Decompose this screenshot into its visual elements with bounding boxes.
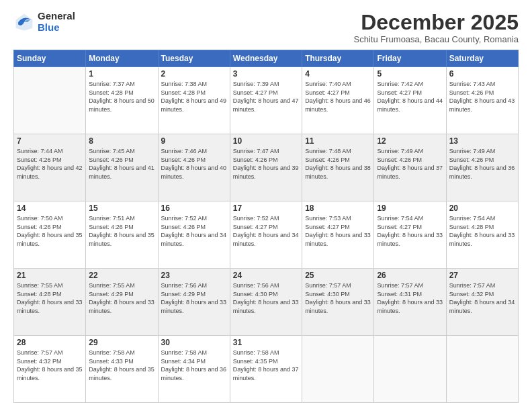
day-number: 4 — [305, 69, 371, 79]
day-info: Sunrise: 7:40 AMSunset: 4:27 PMDaylight:… — [305, 80, 371, 113]
table-row: 27Sunrise: 7:57 AMSunset: 4:32 PMDayligh… — [446, 269, 518, 336]
day-info: Sunrise: 7:57 AMSunset: 4:32 PMDaylight:… — [17, 349, 83, 382]
day-info: Sunrise: 7:49 AMSunset: 4:26 PMDaylight:… — [377, 147, 443, 181]
day-number: 31 — [233, 338, 299, 347]
day-number: 24 — [233, 271, 299, 280]
header-saturday: Saturday — [446, 50, 518, 67]
day-info: Sunrise: 7:55 AMSunset: 4:28 PMDaylight:… — [17, 281, 83, 315]
header-tuesday: Tuesday — [158, 50, 230, 67]
day-info: Sunrise: 7:56 AMSunset: 4:30 PMDaylight:… — [233, 281, 299, 315]
day-number: 9 — [161, 136, 227, 146]
day-number: 28 — [17, 338, 83, 347]
table-row: 15Sunrise: 7:51 AMSunset: 4:26 PMDayligh… — [86, 201, 158, 269]
day-info: Sunrise: 7:52 AMSunset: 4:26 PMDaylight:… — [161, 214, 227, 248]
day-number: 23 — [161, 271, 227, 280]
table-row: 28Sunrise: 7:57 AMSunset: 4:32 PMDayligh… — [14, 336, 86, 403]
day-number: 3 — [233, 69, 299, 79]
day-info: Sunrise: 7:58 AMSunset: 4:35 PMDaylight:… — [233, 349, 299, 382]
day-number: 26 — [377, 271, 443, 280]
day-info: Sunrise: 7:44 AMSunset: 4:26 PMDaylight:… — [17, 147, 83, 181]
day-info: Sunrise: 7:54 AMSunset: 4:28 PMDaylight:… — [449, 214, 515, 248]
header-wednesday: Wednesday — [230, 50, 302, 67]
table-row: 5Sunrise: 7:42 AMSunset: 4:27 PMDaylight… — [374, 67, 446, 134]
day-number: 13 — [449, 136, 515, 146]
table-row: 9Sunrise: 7:46 AMSunset: 4:26 PMDaylight… — [158, 134, 230, 201]
table-row — [446, 336, 518, 403]
day-number: 12 — [377, 136, 443, 146]
day-number: 11 — [305, 136, 371, 146]
table-row — [14, 67, 86, 134]
header-friday: Friday — [374, 50, 446, 67]
table-row: 3Sunrise: 7:39 AMSunset: 4:27 PMDaylight… — [230, 67, 302, 134]
day-number: 22 — [89, 271, 154, 280]
day-info: Sunrise: 7:46 AMSunset: 4:26 PMDaylight:… — [161, 147, 227, 181]
table-row: 31Sunrise: 7:58 AMSunset: 4:35 PMDayligh… — [230, 336, 302, 403]
table-row: 4Sunrise: 7:40 AMSunset: 4:27 PMDaylight… — [302, 67, 374, 134]
day-number: 16 — [161, 203, 227, 213]
day-number: 7 — [17, 136, 83, 146]
table-row: 29Sunrise: 7:58 AMSunset: 4:33 PMDayligh… — [86, 336, 158, 403]
day-info: Sunrise: 7:52 AMSunset: 4:27 PMDaylight:… — [233, 214, 299, 248]
table-row — [302, 336, 374, 403]
table-row: 20Sunrise: 7:54 AMSunset: 4:28 PMDayligh… — [446, 201, 518, 269]
table-row: 17Sunrise: 7:52 AMSunset: 4:27 PMDayligh… — [230, 201, 302, 269]
day-info: Sunrise: 7:47 AMSunset: 4:26 PMDaylight:… — [233, 147, 299, 181]
day-number: 14 — [17, 203, 83, 213]
table-row: 8Sunrise: 7:45 AMSunset: 4:26 PMDaylight… — [86, 134, 158, 201]
day-number: 6 — [449, 69, 515, 79]
table-row: 11Sunrise: 7:48 AMSunset: 4:26 PMDayligh… — [302, 134, 374, 201]
day-info: Sunrise: 7:57 AMSunset: 4:32 PMDaylight:… — [449, 281, 515, 315]
page: General Blue December 2025 Schitu Frumoa… — [0, 0, 532, 411]
table-row: 21Sunrise: 7:55 AMSunset: 4:28 PMDayligh… — [14, 269, 86, 336]
day-info: Sunrise: 7:37 AMSunset: 4:28 PMDaylight:… — [89, 80, 154, 113]
table-row — [374, 336, 446, 403]
month-title: December 2025 — [354, 11, 519, 34]
day-info: Sunrise: 7:45 AMSunset: 4:26 PMDaylight:… — [89, 147, 154, 181]
table-row: 30Sunrise: 7:58 AMSunset: 4:34 PMDayligh… — [158, 336, 230, 403]
day-info: Sunrise: 7:55 AMSunset: 4:29 PMDaylight:… — [89, 281, 154, 315]
logo-blue: Blue — [38, 22, 75, 34]
table-row: 25Sunrise: 7:57 AMSunset: 4:30 PMDayligh… — [302, 269, 374, 336]
table-row: 26Sunrise: 7:57 AMSunset: 4:31 PMDayligh… — [374, 269, 446, 336]
header-sunday: Sunday — [14, 50, 86, 67]
table-row: 14Sunrise: 7:50 AMSunset: 4:26 PMDayligh… — [14, 201, 86, 269]
day-number: 10 — [233, 136, 299, 146]
calendar-week-row: 1Sunrise: 7:37 AMSunset: 4:28 PMDaylight… — [14, 67, 519, 134]
table-row: 1Sunrise: 7:37 AMSunset: 4:28 PMDaylight… — [86, 67, 158, 134]
table-row: 7Sunrise: 7:44 AMSunset: 4:26 PMDaylight… — [14, 134, 86, 201]
day-info: Sunrise: 7:58 AMSunset: 4:34 PMDaylight:… — [161, 349, 227, 382]
calendar-week-row: 28Sunrise: 7:57 AMSunset: 4:32 PMDayligh… — [14, 336, 519, 403]
calendar-week-row: 21Sunrise: 7:55 AMSunset: 4:28 PMDayligh… — [14, 269, 519, 336]
day-info: Sunrise: 7:53 AMSunset: 4:27 PMDaylight:… — [305, 214, 371, 248]
table-row: 23Sunrise: 7:56 AMSunset: 4:29 PMDayligh… — [158, 269, 230, 336]
logo-general: General — [38, 11, 75, 22]
day-info: Sunrise: 7:39 AMSunset: 4:27 PMDaylight:… — [233, 80, 299, 113]
day-number: 17 — [233, 203, 299, 213]
logo-icon — [13, 11, 35, 33]
day-info: Sunrise: 7:56 AMSunset: 4:29 PMDaylight:… — [161, 281, 227, 315]
day-info: Sunrise: 7:43 AMSunset: 4:26 PMDaylight:… — [449, 80, 515, 113]
day-info: Sunrise: 7:54 AMSunset: 4:27 PMDaylight:… — [377, 214, 443, 248]
day-info: Sunrise: 7:51 AMSunset: 4:26 PMDaylight:… — [89, 214, 154, 248]
logo: General Blue — [13, 11, 75, 33]
table-row: 19Sunrise: 7:54 AMSunset: 4:27 PMDayligh… — [374, 201, 446, 269]
table-row: 2Sunrise: 7:38 AMSunset: 4:28 PMDaylight… — [158, 67, 230, 134]
day-info: Sunrise: 7:49 AMSunset: 4:26 PMDaylight:… — [449, 147, 515, 181]
day-info: Sunrise: 7:48 AMSunset: 4:26 PMDaylight:… — [305, 147, 371, 181]
header: General Blue December 2025 Schitu Frumoa… — [13, 11, 519, 44]
title-area: December 2025 Schitu Frumoasa, Bacau Cou… — [354, 11, 519, 44]
day-info: Sunrise: 7:38 AMSunset: 4:28 PMDaylight:… — [161, 80, 227, 113]
header-monday: Monday — [86, 50, 158, 67]
calendar-table: Sunday Monday Tuesday Wednesday Thursday… — [13, 50, 519, 403]
subtitle: Schitu Frumoasa, Bacau County, Romania — [354, 34, 519, 44]
table-row: 10Sunrise: 7:47 AMSunset: 4:26 PMDayligh… — [230, 134, 302, 201]
table-row: 6Sunrise: 7:43 AMSunset: 4:26 PMDaylight… — [446, 67, 518, 134]
day-number: 20 — [449, 203, 515, 213]
header-thursday: Thursday — [302, 50, 374, 67]
day-number: 27 — [449, 271, 515, 280]
day-number: 2 — [161, 69, 227, 79]
table-row: 22Sunrise: 7:55 AMSunset: 4:29 PMDayligh… — [86, 269, 158, 336]
table-row: 24Sunrise: 7:56 AMSunset: 4:30 PMDayligh… — [230, 269, 302, 336]
table-row: 13Sunrise: 7:49 AMSunset: 4:26 PMDayligh… — [446, 134, 518, 201]
day-info: Sunrise: 7:50 AMSunset: 4:26 PMDaylight:… — [17, 214, 83, 248]
